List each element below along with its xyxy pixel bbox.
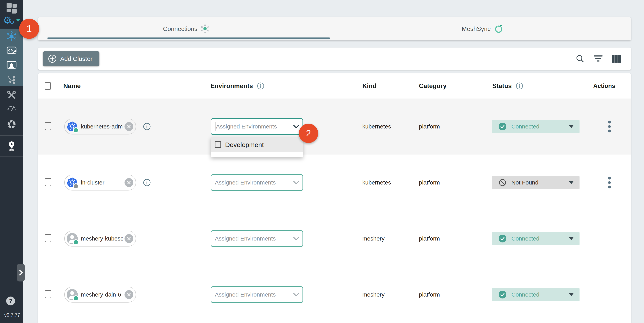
sidebar-item-performance[interactable] bbox=[0, 103, 23, 114]
row-checkbox[interactable] bbox=[45, 178, 51, 187]
row-checkbox[interactable] bbox=[45, 122, 51, 131]
search-icon[interactable] bbox=[576, 54, 584, 63]
sidebar-divider bbox=[0, 156, 23, 157]
sidebar-item-meshery[interactable] bbox=[0, 119, 23, 130]
column-header-environments[interactable]: Environments bbox=[210, 82, 264, 90]
clients-screen-icon bbox=[6, 60, 17, 71]
connections-mesh-icon bbox=[6, 31, 17, 42]
remove-connection-button[interactable] bbox=[124, 122, 134, 131]
expand-sidebar-button[interactable] bbox=[17, 264, 25, 281]
check-circle-icon bbox=[499, 123, 506, 130]
kind-cell: kubernetes bbox=[362, 123, 391, 130]
select-divider bbox=[289, 290, 290, 299]
help-button[interactable]: ? bbox=[6, 296, 15, 305]
option-checkbox[interactable] bbox=[215, 141, 221, 148]
remove-connection-button[interactable] bbox=[124, 290, 134, 299]
status-chip[interactable]: Connected bbox=[492, 120, 580, 133]
column-header-category[interactable]: Category bbox=[419, 82, 446, 90]
info-icon[interactable] bbox=[516, 82, 523, 90]
chevron-down-icon bbox=[293, 237, 299, 240]
no-actions-dash: - bbox=[608, 291, 610, 298]
close-icon bbox=[127, 236, 131, 241]
chevron-down-icon bbox=[293, 125, 299, 128]
remove-connection-button[interactable] bbox=[124, 178, 134, 187]
column-header-status[interactable]: Status bbox=[492, 82, 523, 90]
sidebar-item-toolkit[interactable] bbox=[0, 90, 23, 101]
remove-connection-button[interactable] bbox=[124, 234, 134, 243]
environments-select[interactable]: Assigned Environments bbox=[211, 286, 303, 303]
info-icon bbox=[143, 123, 151, 131]
performance-gauge-icon bbox=[6, 103, 17, 114]
status-label: Not Found bbox=[512, 179, 538, 186]
tab-connections[interactable]: Connections bbox=[38, 17, 334, 40]
sidebar: ⚙ ⚙ bbox=[0, 0, 23, 323]
row-checkbox[interactable] bbox=[45, 290, 51, 299]
small-gear-icon: ⚙ bbox=[10, 20, 14, 25]
check-circle-icon bbox=[499, 291, 506, 298]
column-header-name[interactable]: Name bbox=[63, 82, 81, 90]
table-row: meshery-kubescop... Assigned Environment… bbox=[38, 211, 631, 267]
environments-select[interactable]: Assigned Environments bbox=[211, 230, 303, 247]
environments-select[interactable]: Assigned Environments bbox=[211, 118, 303, 135]
kebab-menu-icon bbox=[608, 121, 611, 133]
sidebar-item-service-mesh[interactable] bbox=[0, 75, 23, 85]
connection-info-button[interactable] bbox=[143, 123, 151, 131]
connection-name-chip[interactable]: meshery-kubescop... bbox=[64, 231, 136, 246]
environments-placeholder: Assigned Environments bbox=[215, 235, 276, 242]
annotation-step-1: 1 bbox=[19, 19, 39, 39]
environments-placeholder: Assigned Environments bbox=[215, 291, 276, 298]
annotation-step-2: 2 bbox=[299, 124, 318, 143]
select-all-checkbox[interactable] bbox=[45, 82, 51, 90]
toolkit-icon bbox=[6, 90, 17, 101]
row-checkbox[interactable] bbox=[45, 234, 51, 243]
add-cluster-button[interactable]: Add Cluster bbox=[43, 51, 100, 66]
close-icon bbox=[127, 292, 131, 297]
filter-icon[interactable] bbox=[594, 55, 603, 62]
environments-select[interactable]: Assigned Environments bbox=[211, 174, 303, 191]
status-chip[interactable]: Not Found bbox=[492, 176, 580, 189]
caret-down-icon bbox=[569, 237, 574, 240]
status-chip[interactable]: Connected bbox=[492, 232, 580, 245]
select-divider bbox=[289, 234, 290, 243]
row-actions-menu[interactable] bbox=[608, 121, 611, 133]
connection-status-dot bbox=[73, 295, 79, 301]
environments-placeholder: Assigned Environments bbox=[216, 123, 277, 130]
sidebar-item-dashboard[interactable] bbox=[0, 2, 23, 14]
column-header-kind[interactable]: Kind bbox=[362, 82, 376, 90]
row-actions-none: - bbox=[608, 291, 610, 298]
table-row: in-cluster Assigned Environments kuberne… bbox=[38, 155, 631, 211]
status-chip[interactable]: Connected bbox=[492, 288, 580, 301]
chevron-down-icon bbox=[16, 19, 20, 22]
connection-name: kubernetes-admin... bbox=[81, 123, 123, 130]
chevron-down-icon bbox=[293, 293, 299, 296]
sidebar-item-adapters[interactable] bbox=[0, 45, 23, 56]
environment-option-development[interactable]: Development bbox=[211, 137, 303, 152]
add-cluster-label: Add Cluster bbox=[60, 55, 92, 62]
category-cell: platform bbox=[419, 179, 440, 186]
tab-connections-label: Connections bbox=[163, 25, 198, 33]
kubernetes-logo bbox=[66, 177, 78, 188]
active-tab-indicator bbox=[48, 38, 330, 40]
text-cursor bbox=[215, 122, 216, 131]
connection-name: meshery-kubescop... bbox=[81, 235, 123, 242]
info-icon[interactable] bbox=[257, 82, 264, 90]
environments-dropdown-panel: Development bbox=[211, 137, 303, 157]
location-pin-icon bbox=[6, 140, 16, 151]
connections-table: Name Environments Kind Category Status A… bbox=[38, 73, 631, 323]
sidebar-item-environments-pin[interactable] bbox=[0, 140, 23, 151]
connection-info-button[interactable] bbox=[143, 178, 151, 187]
close-icon bbox=[127, 124, 131, 129]
app-version: v0.7.77 bbox=[4, 312, 20, 318]
kebab-menu-icon bbox=[608, 177, 611, 189]
connection-name-chip[interactable]: kubernetes-admin... bbox=[64, 119, 136, 134]
row-actions-menu[interactable] bbox=[608, 177, 611, 189]
connection-name-chip[interactable]: meshery-dain-6 bbox=[64, 287, 136, 302]
tabs-bar: Connections MeshSync bbox=[38, 17, 631, 40]
tab-meshsync[interactable]: MeshSync bbox=[334, 17, 631, 40]
view-columns-icon[interactable] bbox=[612, 55, 621, 63]
kind-cell: meshery bbox=[362, 235, 384, 242]
sidebar-item-lifecycle[interactable]: ⚙ ⚙ bbox=[0, 16, 23, 25]
status-label: Connected bbox=[512, 291, 539, 298]
sidebar-item-clients[interactable] bbox=[0, 60, 23, 71]
connection-name-chip[interactable]: in-cluster bbox=[64, 175, 136, 190]
